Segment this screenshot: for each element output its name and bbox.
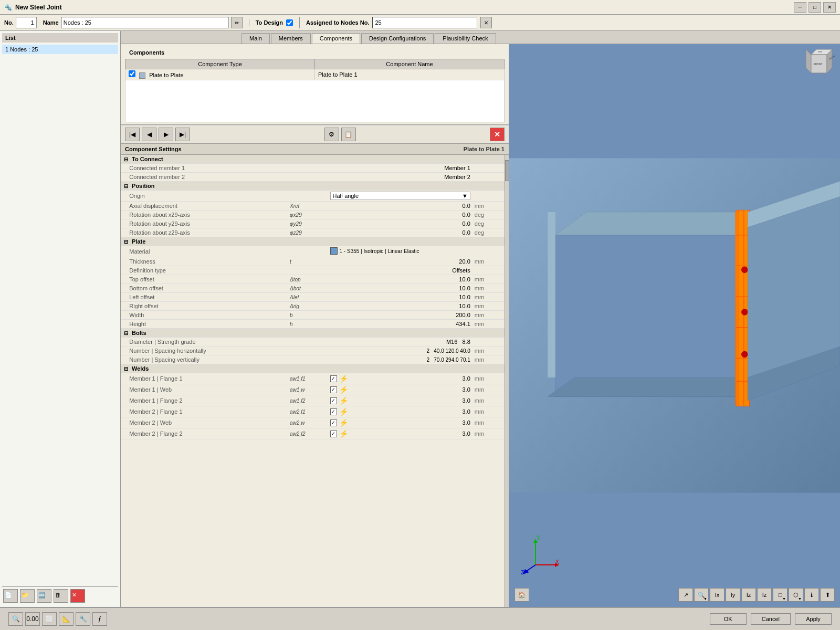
viewport-zoom-button[interactable]: 🔍▼ [694, 588, 709, 602]
svg-text:FRONT: FRONT [813, 62, 822, 66]
prop-material: Material 1 - S355 | Isotropic | Linear E… [121, 246, 505, 257]
viewport-export-button[interactable]: ⬆ [820, 588, 835, 602]
toggle-welds[interactable]: ⊟ [124, 366, 128, 372]
viewport-rotate-z-button[interactable]: Iz [757, 588, 772, 602]
two-col: Components Component Type Component Name [121, 44, 840, 607]
prop-weld-m2-f1: Member 2 | Flange 1 aw2,f1 ✓ ⚡ 3.0 mm [121, 406, 505, 417]
weld-check-m1w[interactable]: ✓ [330, 386, 337, 393]
weld-icon-m1f1: ⚡ [339, 374, 348, 383]
settings-header: Component Settings Plate to Plate 1 [121, 144, 509, 155]
sidebar-footer: 📄 📁 🔤 🗑 ✕ [2, 586, 118, 605]
assigned-action-button[interactable]: ✕ [480, 17, 492, 28]
prop-rotation-z29: Rotation about z29-axis φz29 0.0 deg [121, 228, 505, 237]
viewport-pan-x-button[interactable]: Ix [710, 588, 724, 602]
to-design-checkbox[interactable] [286, 19, 293, 26]
prop-width: Width b 200.0 mm [121, 311, 505, 320]
settings-button[interactable]: ⚙ [324, 128, 339, 141]
prev-button[interactable]: ◀ [142, 128, 156, 141]
scroll-thumb[interactable] [505, 160, 509, 181]
tab-plausibility[interactable]: Plausibility Check [435, 33, 496, 44]
weld-check-m2w[interactable]: ✓ [330, 419, 337, 426]
settings-tool-button[interactable]: 🔧 [76, 612, 90, 626]
next-button[interactable]: ▶ [159, 128, 173, 141]
apply-button[interactable]: Apply [795, 613, 832, 625]
toggle-to-connect[interactable]: ⊟ [124, 156, 128, 162]
copy-button[interactable]: 📋 [341, 128, 356, 141]
sidebar-item-nodes[interactable]: 1 Nodes : 25 [2, 45, 118, 54]
cancel-button[interactable]: Cancel [751, 613, 791, 625]
last-button[interactable]: ▶| [175, 128, 190, 141]
edit-name-button[interactable]: ✏ [231, 17, 243, 28]
components-section-header: Components [125, 46, 505, 59]
ok-button[interactable]: OK [710, 613, 747, 625]
function-button[interactable]: ƒ [92, 612, 107, 626]
toggle-plate[interactable]: ⊟ [124, 239, 128, 245]
viewport-display-button[interactable]: □▼ [773, 588, 788, 602]
first-button[interactable]: |◀ [125, 128, 140, 141]
component-checkbox[interactable] [129, 70, 135, 77]
scrollbar[interactable] [505, 155, 509, 607]
sidebar-delete-button[interactable]: 🗑 [54, 589, 68, 603]
prop-height: Height h 434.1 mm [121, 320, 505, 329]
tab-members[interactable]: Members [271, 33, 311, 44]
minimize-button[interactable]: ─ [794, 2, 806, 13]
viewport-pan-z-button[interactable]: Iz [741, 588, 756, 602]
axis-indicator: Y X Z [520, 533, 562, 575]
component-row[interactable]: Plate to Plate Plate to Plate 1 [125, 69, 505, 80]
sidebar-new-button[interactable]: 📄 [3, 589, 18, 603]
weld-check-m1f2[interactable]: ✓ [330, 397, 337, 404]
select-button[interactable]: ⬜ [42, 612, 57, 626]
svg-text:Y: Y [537, 535, 540, 541]
viewport-info-button[interactable]: ℹ [804, 588, 819, 602]
weld-check-m2f2[interactable]: ✓ [330, 430, 337, 437]
name-label: Name [43, 19, 59, 26]
prop-connected-member-2: Connected member 2 Member 2 [121, 173, 505, 182]
components-area: Components Component Type Component Name [121, 44, 509, 125]
tab-components[interactable]: Components [312, 33, 360, 44]
maximize-button[interactable]: □ [808, 2, 821, 13]
component-color [139, 72, 145, 79]
prop-rotation-y29: Rotation about y29-axis φy29 0.0 deg [121, 219, 505, 228]
toggle-position[interactable]: ⊟ [124, 183, 128, 189]
app-icon: 🔩 [4, 4, 12, 11]
svg-text:Z: Z [521, 570, 524, 575]
origin-dropdown[interactable]: Half angle ▼ [330, 192, 470, 200]
components-table: Component Type Component Name Plate t [125, 59, 505, 80]
viewport-tools: ↗ 🔍▼ Ix Iy Iz Iz □▼ [678, 588, 835, 602]
search-button[interactable]: 🔍 [8, 612, 23, 626]
weld-check-m1f1[interactable]: ✓ [330, 375, 337, 382]
svg-marker-23 [806, 49, 811, 73]
bottom-left-tools: 🔍 0.00 ⬜ 📐 🔧 ƒ [8, 612, 107, 626]
sidebar-rename-button[interactable]: 🔤 [37, 589, 51, 603]
weld-check-m2f1[interactable]: ✓ [330, 408, 337, 415]
viewport-select-button[interactable]: ↗ [678, 588, 693, 602]
nav-cube[interactable]: FRONT RIGHT TOP [803, 49, 835, 81]
viewport-pan-y-button[interactable]: Iy [726, 588, 740, 602]
toggle-bolts[interactable]: ⊟ [124, 330, 128, 336]
delete-button[interactable]: ✕ [490, 128, 505, 141]
dimension-button[interactable]: 📐 [59, 612, 74, 626]
no-input[interactable] [16, 17, 37, 28]
name-input[interactable] [61, 17, 229, 28]
prop-grid-wrap: ⊟ To Connect Connected member 1 Member 1 [121, 155, 509, 607]
assigned-input[interactable] [372, 17, 477, 28]
close-button[interactable]: ✕ [823, 2, 836, 13]
prop-definition-type: Definition type Offsets [121, 266, 505, 275]
prop-top-offset: Top offset Δtop 10.0 mm [121, 275, 505, 284]
tab-main[interactable]: Main [242, 33, 270, 44]
svg-marker-4 [548, 212, 555, 397]
viewport-render-button[interactable]: ⬡▼ [789, 588, 803, 602]
to-design-section: To Design [249, 19, 293, 26]
tab-design-config[interactable]: Design Configurations [361, 33, 434, 44]
decimal-button[interactable]: 0.00 [25, 612, 40, 626]
component-type-label: Plate to Plate [149, 72, 183, 78]
sidebar-close-button[interactable]: ✕ [70, 589, 85, 603]
prop-right-offset: Right offset Δrig 10.0 mm [121, 302, 505, 311]
prop-bolt-spacing-v: Number | Spacing vertically 2 70.0 294.0… [121, 355, 505, 364]
viewport-home-button[interactable]: 🏠 [514, 588, 529, 602]
material-selector[interactable]: 1 - S355 | Isotropic | Linear Elastic [330, 247, 419, 255]
bottom-bar: 🔍 0.00 ⬜ 📐 🔧 ƒ OK Cancel Apply [0, 607, 840, 630]
prop-weld-m1-f2: Member 1 | Flange 2 aw1,f2 ✓ ⚡ 3.0 mm [121, 395, 505, 406]
sidebar-open-button[interactable]: 📁 [20, 589, 35, 603]
prop-grid: ⊟ To Connect Connected member 1 Member 1 [121, 155, 505, 439]
